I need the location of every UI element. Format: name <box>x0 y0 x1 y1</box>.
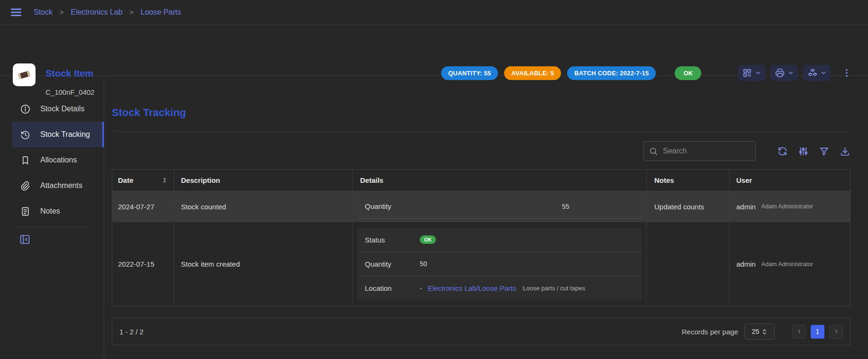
table-header-row: Date Description Details Notes User <box>112 170 850 191</box>
history-icon <box>20 129 31 140</box>
breadcrumb-link-loose-parts[interactable]: Loose Parts <box>141 8 181 17</box>
location-link[interactable]: Electronics Lab/Loose Parts <box>428 284 516 292</box>
detail-label: Status <box>365 236 420 244</box>
detail-label: Location <box>365 284 420 292</box>
sidebar-item-attachments[interactable]: Attachments <box>12 173 104 198</box>
stock-tracking-table: Date Description Details Notes User 2024… <box>112 169 850 306</box>
detail-row-status: Status OK <box>357 228 642 251</box>
sidebar-divider <box>12 227 90 227</box>
bookmark-icon <box>20 155 31 166</box>
detail-label: Quantity <box>365 260 420 268</box>
sidebar-item-label: Notes <box>40 207 60 215</box>
panel-heading: Stock Tracking <box>112 107 850 119</box>
column-label: Description <box>181 176 220 184</box>
chevron-left-icon <box>796 328 803 335</box>
user-cell: admin Adam Administrator <box>730 222 850 306</box>
column-header-details: Details <box>353 170 647 191</box>
sidebar-collapse-icon[interactable] <box>19 233 31 245</box>
column-label: User <box>736 176 752 184</box>
notes-icon <box>20 206 31 217</box>
description-cell: Stock counted <box>174 191 353 222</box>
details-cell: Quantity 55 <box>353 191 647 222</box>
date-cell: 2022-07-15 <box>112 222 174 306</box>
breadcrumb: Stock > Electronics Lab > Loose Parts <box>34 8 181 17</box>
sidebar-item-stock-tracking[interactable]: Stock Tracking <box>12 122 104 147</box>
column-label: Details <box>360 176 383 184</box>
search-box[interactable] <box>643 141 756 161</box>
search-icon <box>649 146 659 156</box>
main-panel: Stock Tracking Date <box>104 76 868 359</box>
location-prefix: - <box>420 285 422 292</box>
record-count-summary: 1 - 2 / 2 <box>119 328 144 336</box>
detail-row-quantity: Quantity 55 <box>357 194 642 219</box>
column-label: Date <box>118 176 134 184</box>
select-stepper-icon <box>762 328 767 335</box>
notes-cell: Updated counts <box>647 191 730 222</box>
breadcrumb-bar: Stock > Electronics Lab > Loose Parts <box>0 0 868 25</box>
username: admin <box>736 203 756 211</box>
column-header-notes: Notes <box>647 170 730 191</box>
detail-row-quantity: Quantity 50 <box>357 251 642 276</box>
page-button-1[interactable]: 1 <box>811 325 824 339</box>
breadcrumb-separator: > <box>60 9 63 16</box>
previous-page-button[interactable] <box>792 325 806 339</box>
chevron-down-icon <box>820 70 827 76</box>
description-cell: Stock item created <box>174 222 353 306</box>
next-page-button[interactable] <box>829 325 843 339</box>
sidebar: Stock Details Stock Tracking Allocations… <box>0 76 104 359</box>
details-cell: Status OK Quantity 50 Location - Electro… <box>353 222 647 306</box>
detail-value: 50 <box>420 260 427 268</box>
detail-value: 55 <box>562 203 570 210</box>
column-header-date[interactable]: Date <box>112 170 174 191</box>
chevron-down-icon <box>787 70 794 76</box>
detail-label: Quantity <box>365 202 420 210</box>
heading-divider <box>112 131 850 132</box>
table-footer: 1 - 2 / 2 Records per page 25 1 <box>112 318 850 345</box>
table-row[interactable]: 2024-07-27 Stock counted Quantity 55 Upd… <box>112 191 850 222</box>
table-toolbar <box>112 141 850 161</box>
column-header-description: Description <box>174 170 353 191</box>
user-cell: admin Adam Administrator <box>730 191 850 222</box>
chevron-down-icon <box>755 70 761 76</box>
column-label: Notes <box>654 176 674 184</box>
sidebar-item-allocations[interactable]: Allocations <box>12 147 104 173</box>
sidebar-item-label: Stock Tracking <box>40 130 90 139</box>
page-size-value: 25 <box>752 328 760 335</box>
username: admin <box>736 260 756 268</box>
sidebar-item-label: Stock Details <box>40 105 84 113</box>
detail-row-location: Location - Electronics Lab/Loose Parts L… <box>357 276 642 300</box>
download-icon[interactable] <box>840 146 850 157</box>
page-size-select[interactable]: 25 <box>744 323 775 340</box>
column-header-user: User <box>730 170 850 191</box>
breadcrumb-link-stock[interactable]: Stock <box>34 8 53 17</box>
paperclip-icon <box>20 180 31 191</box>
info-circle-icon <box>20 104 31 115</box>
sidebar-item-label: Allocations <box>40 156 77 164</box>
notes-cell <box>647 222 730 306</box>
records-per-page-label: Records per page <box>682 328 738 336</box>
date-cell: 2024-07-27 <box>112 191 174 222</box>
breadcrumb-separator: > <box>130 9 134 16</box>
breadcrumb-link-electronics-lab[interactable]: Electronics Lab <box>71 8 122 17</box>
filter-icon[interactable] <box>819 146 830 157</box>
sidebar-item-stock-details[interactable]: Stock Details <box>12 96 104 122</box>
page-header: Stock Item C_100nF_0402 QUANTITY: 55 AVA… <box>0 26 868 76</box>
sidebar-item-label: Attachments <box>40 181 82 190</box>
user-fullname: Adam Administrator <box>761 261 813 268</box>
status-ok-badge: OK <box>420 235 436 244</box>
sort-icon <box>162 177 168 184</box>
refresh-icon[interactable] <box>777 146 788 157</box>
chevron-right-icon <box>833 328 840 335</box>
pagination-controls: Records per page 25 1 <box>682 323 843 340</box>
user-fullname: Adam Administrator <box>761 203 813 210</box>
sidebar-item-notes[interactable]: Notes <box>12 198 104 224</box>
adjustments-icon[interactable] <box>798 146 809 157</box>
table-row[interactable]: 2022-07-15 Stock item created Status OK … <box>112 222 850 306</box>
search-input[interactable] <box>663 147 761 155</box>
location-description: Loose parts / cut tapes <box>523 285 585 292</box>
menu-hamburger-icon[interactable] <box>10 6 22 18</box>
